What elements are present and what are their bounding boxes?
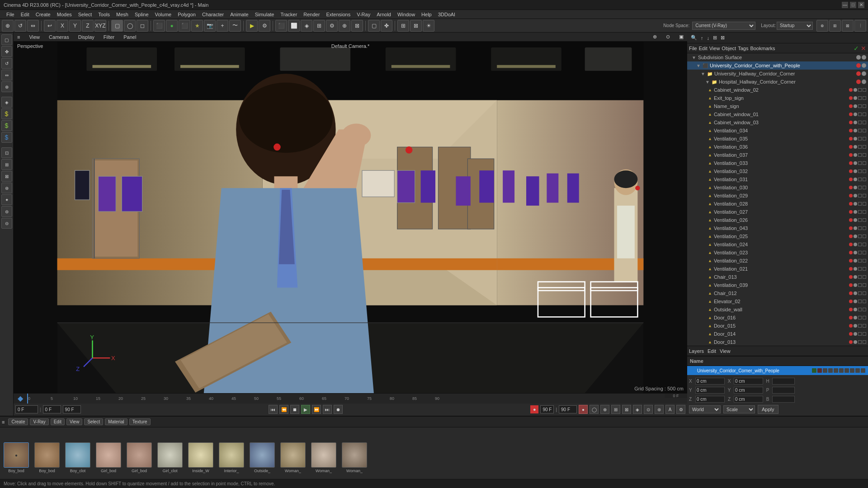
tree-item-ventilation-022[interactable]: ▲ Ventilation_022 <box>687 257 868 265</box>
toolbar-move[interactable]: ⊕ <box>2 20 14 32</box>
tree-tab-edit[interactable]: Edit <box>699 46 708 51</box>
layout-btn3[interactable]: ⊠ <box>842 20 854 32</box>
bottom-menu-icon[interactable]: ≡ <box>2 419 5 425</box>
anim-key7[interactable]: ⊙ <box>644 405 653 414</box>
tree-item-hallway[interactable]: ▼ 📁 University_Hallway_Corridor_Corner <box>687 70 868 78</box>
toolbar-cam[interactable]: 📷 <box>204 20 216 32</box>
menu-edit[interactable]: Edit <box>18 12 32 17</box>
right-icon2[interactable]: ↑ <box>701 35 703 41</box>
coord-y-rot[interactable] <box>734 387 763 394</box>
material-item-interior[interactable]: Interior_ <box>217 442 246 473</box>
layers-view-tab[interactable]: View <box>720 348 731 354</box>
right-icon5[interactable]: ⊠ <box>721 35 725 41</box>
bottom-material-btn[interactable]: Material <box>105 418 127 425</box>
anim-settings[interactable]: ⚙ <box>676 405 685 414</box>
tree-item-outside-wall[interactable]: ▲ Outside_wall <box>687 305 868 314</box>
material-item-boy-bod2[interactable]: Boy_bod <box>33 442 61 473</box>
tree-item-ventilation-039[interactable]: ▲ Ventilation_039 <box>687 281 868 289</box>
tree-item-ventilation-034[interactable]: ▲ Ventilation_034 <box>687 127 868 135</box>
toolbar-more3[interactable]: ◈ <box>301 20 312 32</box>
tree-tab-view[interactable]: View <box>709 46 720 51</box>
coord-x-pos[interactable] <box>695 378 725 385</box>
apply-button[interactable]: Apply <box>758 405 778 414</box>
tool-6[interactable]: ◈ <box>1 97 12 108</box>
layer-extra1[interactable] <box>850 368 854 373</box>
toolbar-deform[interactable]: 〜 <box>229 20 241 32</box>
toolbar-live[interactable]: ◯ <box>124 20 136 32</box>
tool-7[interactable]: $ <box>1 108 12 119</box>
viewport[interactable]: ≡ View Cameras Display Filter Panel ⊕ ⊙ … <box>14 33 687 393</box>
menu-tracker[interactable]: Tracker <box>278 12 300 17</box>
menu-vray[interactable]: V-Ray <box>354 12 373 17</box>
coord-b[interactable] <box>772 396 795 403</box>
tree-item-door-013[interactable]: ▲ Door_013 <box>687 338 868 346</box>
tree-item-ventilation-035[interactable]: ▲ Ventilation_035 <box>687 135 868 143</box>
anim-key3[interactable]: ⊕ <box>600 405 609 414</box>
layer-render[interactable] <box>828 368 833 373</box>
tool-select[interactable]: ▢ <box>1 34 12 45</box>
tool-13[interactable]: ⊛ <box>1 183 12 193</box>
coord-y-pos[interactable] <box>695 387 725 394</box>
bottom-texture-btn[interactable]: Texture <box>129 418 151 425</box>
layers-edit-tab[interactable]: Edit <box>708 348 716 354</box>
toolbar-snap[interactable]: ⊠ <box>410 20 422 32</box>
viewport-view[interactable]: View <box>29 34 40 40</box>
toolbar-sphere[interactable]: ● <box>166 20 178 32</box>
scene-tree[interactable]: ▼ Subdivision Surface ▼ ⬛ University_Cor… <box>687 53 868 346</box>
timeline-track[interactable]: ◆ 0 5 10 15 20 25 30 35 40 45 50 <box>14 394 687 404</box>
tree-item-ventilation-026[interactable]: ▲ Ventilation_026 <box>687 216 868 224</box>
layer-xpresso[interactable] <box>844 368 849 373</box>
maximize-button[interactable]: □ <box>850 2 856 8</box>
world-select[interactable]: World Object <box>689 405 721 413</box>
menu-volume[interactable]: Volume <box>152 12 175 17</box>
menu-arnold[interactable]: Arnold <box>374 12 394 17</box>
transport-play[interactable]: ▶ <box>301 405 310 414</box>
viewport-filter[interactable]: Filter <box>104 34 114 40</box>
menu-spline[interactable]: Spline <box>132 12 151 17</box>
menu-create[interactable]: Create <box>33 12 53 17</box>
tree-item-elevator-02[interactable]: ▲ Elevator_02 <box>687 297 868 305</box>
menu-file[interactable]: File <box>4 12 17 17</box>
toolbar-move2[interactable]: ✤ <box>381 20 392 32</box>
menu-simulate[interactable]: Simulate <box>252 12 277 17</box>
end-frame-field[interactable]: 90 F <box>63 405 81 413</box>
toolbar-light[interactable]: ★ <box>191 20 203 32</box>
tool-scale[interactable]: ⇔ <box>1 70 12 80</box>
layer-extra3[interactable] <box>861 368 865 373</box>
tree-item-cabinet-window-01[interactable]: ▲ Cabinet_window_01 <box>687 110 868 118</box>
toolbar-select2[interactable]: ▢ <box>368 20 380 32</box>
tree-item-chair-013[interactable]: ▲ Chair_013 <box>687 273 868 281</box>
tool-14[interactable]: ✦ <box>1 194 12 205</box>
tree-item-chair-012[interactable]: ▲ Chair_012 <box>687 289 868 297</box>
menu-help[interactable]: Help <box>419 12 434 17</box>
transport-end[interactable]: ⏭ <box>323 405 332 414</box>
menu-window[interactable]: Window <box>395 12 418 17</box>
material-item-boy-bod1[interactable]: ● Boy_bod <box>2 442 31 473</box>
tree-item-name-sign[interactable]: ▲ Name_sign <box>687 102 868 110</box>
toolbar-z[interactable]: Z <box>82 20 94 32</box>
layout-btn2[interactable]: ⊞ <box>829 20 841 32</box>
scale-select[interactable]: Scale <box>723 405 755 413</box>
tree-item-door-016[interactable]: ▲ Door_016 <box>687 314 868 322</box>
record-btn[interactable]: ● <box>530 405 538 413</box>
toolbar-cube[interactable]: ⬛ <box>153 20 165 32</box>
toolbar-y[interactable]: Y <box>69 20 81 32</box>
layer-solo[interactable] <box>823 368 827 373</box>
anim-key4[interactable]: ⊞ <box>611 405 620 414</box>
start-frame-field[interactable]: 0 F <box>43 405 61 413</box>
tree-tab-object[interactable]: Object <box>722 46 736 51</box>
coord-x-rot[interactable] <box>734 378 763 385</box>
anim-key8[interactable]: ⊛ <box>655 405 664 414</box>
tree-tab-file[interactable]: File <box>689 46 697 51</box>
fps-field[interactable]: 90 F <box>540 405 554 413</box>
transport-start[interactable]: ⏮ <box>269 405 278 414</box>
viewport-icon3[interactable]: ▣ <box>679 34 684 40</box>
toolbar-select[interactable]: ▢ <box>111 20 123 32</box>
layer-motion[interactable] <box>834 368 838 373</box>
bottom-view-btn[interactable]: View <box>66 418 83 425</box>
material-item-woman1[interactable]: Woman_ <box>278 442 307 473</box>
toolbar-scale[interactable]: ⇔ <box>27 20 39 32</box>
anim-key5[interactable]: ⊠ <box>622 405 631 414</box>
anim-auto[interactable]: A <box>665 405 675 414</box>
toolbar-more1[interactable]: ⬛ <box>275 20 287 32</box>
